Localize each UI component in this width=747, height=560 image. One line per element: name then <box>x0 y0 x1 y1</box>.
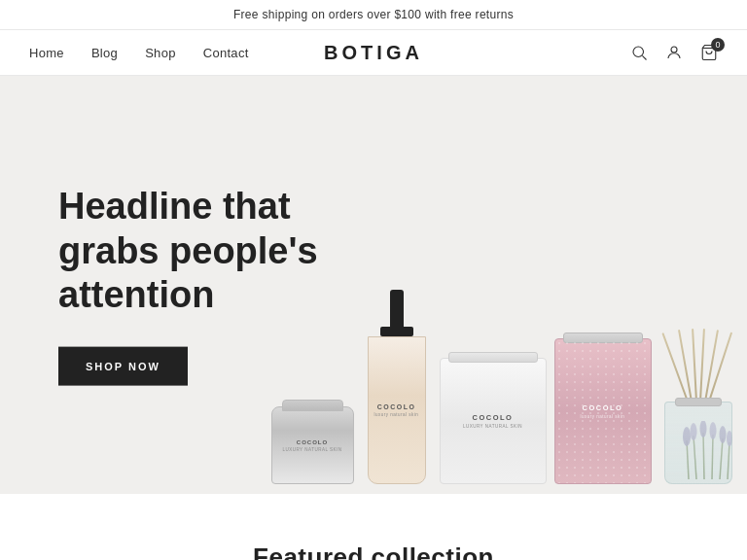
hero-headline: Headline that grabs people's attention <box>58 185 379 318</box>
hero-content: Headline that grabs people's attention S… <box>58 185 379 386</box>
cart-icon[interactable]: 0 <box>700 44 718 61</box>
reed-4 <box>699 329 704 402</box>
nav-shop[interactable]: Shop <box>145 46 176 60</box>
product-pink-jar: COCOLO luxury natural skin <box>554 338 652 484</box>
site-logo[interactable]: BOTIGA <box>324 42 423 64</box>
featured-section: Featured collection A powerful headline … <box>0 494 747 560</box>
nav-blog[interactable]: Blog <box>91 46 118 60</box>
product-sub-label: LUXURY NATURAL SKIN <box>282 447 341 452</box>
header: Home Blog Shop Contact BOTIGA 0 <box>0 30 747 76</box>
reed-3 <box>692 329 696 402</box>
shop-now-button[interactable]: SHOP NOW <box>58 346 188 385</box>
search-icon[interactable] <box>630 44 648 61</box>
cart-badge: 0 <box>711 38 725 52</box>
svg-point-2 <box>671 47 677 52</box>
account-icon[interactable] <box>665 44 683 61</box>
product-diffuser <box>659 329 737 484</box>
nav-home[interactable]: Home <box>29 46 64 60</box>
featured-title: Featured collection <box>29 542 718 560</box>
header-icons: 0 <box>630 44 718 61</box>
announcement-bar: Free shipping on orders over $100 with f… <box>0 0 747 30</box>
main-nav: Home Blog Shop Contact <box>29 46 249 60</box>
nav-contact[interactable]: Contact <box>203 46 249 60</box>
svg-line-1 <box>642 55 646 59</box>
product-brand-label: COCOLO <box>297 438 328 446</box>
diffuser-reeds <box>669 329 728 406</box>
pump-head <box>390 290 404 336</box>
svg-point-0 <box>633 47 644 57</box>
reed-2 <box>678 330 693 402</box>
diffuser-jar <box>664 402 732 484</box>
hero-section: Headline that grabs people's attention S… <box>0 76 747 494</box>
announcement-text: Free shipping on orders over $100 with f… <box>233 8 514 21</box>
product-small-jar: COCOLO LUXURY NATURAL SKIN <box>271 406 354 484</box>
product-white-jar: COCOLO LUXURY NATURAL SKIN <box>440 358 547 484</box>
